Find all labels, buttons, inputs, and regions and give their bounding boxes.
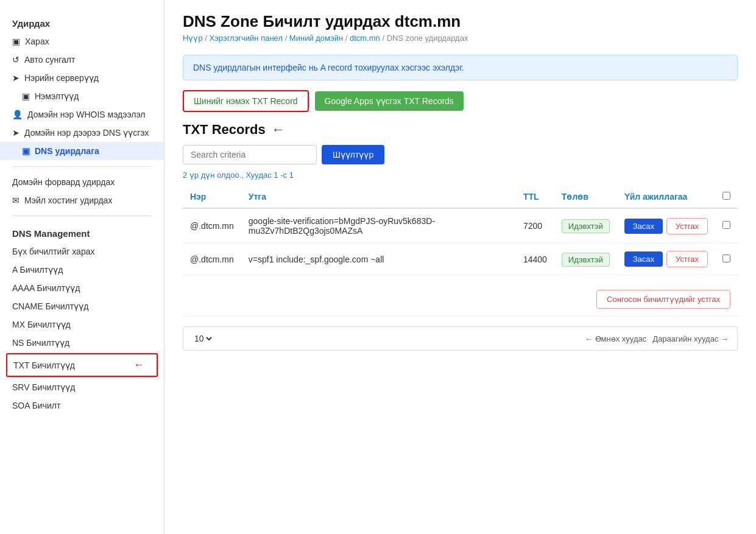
delete-selected-button[interactable]: Сонгосон бичилтүүдийг устгах [596, 290, 730, 309]
reg-icon: ▣ [22, 91, 30, 101]
next-page-button[interactable]: Дараагийн хуудас → [652, 334, 729, 343]
info-box-text: DNS удирдлагын интерфейс нь A record тох… [193, 63, 464, 72]
row1-name: @.dtcm.mn [183, 208, 241, 244]
table-row: @.dtcm.mn v=spf1 include:_spf.google.com… [183, 244, 738, 275]
row2-status: Идэвхтэй [554, 244, 617, 275]
sidebar-item-txt-records[interactable]: TXT Бичилтүүд ← [6, 353, 158, 377]
sidebar-item-nameservers[interactable]: ➤ Нэрийн серверүүд [0, 69, 164, 87]
select-all-checkbox[interactable] [722, 192, 730, 200]
row1-value: google-site-verification=bMgdPJS-oyRuv5k… [241, 208, 516, 244]
row2-ttl: 14400 [516, 244, 554, 275]
col-action: Үйл ажиллагаа [617, 186, 715, 208]
status-badge: Идэвхтэй [562, 253, 610, 267]
section-arrow-icon: ← [272, 122, 285, 138]
main-content: DNS Zone Бичилт удирдах dtcm.mn Нүүр / Х… [164, 0, 756, 534]
dns-mgmt-title: DNS Management [0, 222, 164, 242]
breadcrumb-current: DNS zone удирдардах [387, 33, 468, 43]
sidebar-item-srv-records[interactable]: SRV Бичилтүүд [0, 378, 164, 396]
sidebar-item-all-records[interactable]: Бүх бичилтийг харах [0, 242, 164, 261]
row2-delete-button[interactable]: Устгах [666, 251, 708, 267]
status-badge: Идэвхтэй [562, 219, 610, 233]
col-status: Төлөв [554, 186, 617, 208]
add-txt-record-button[interactable]: Шинийг нэмэх TXT Record [183, 90, 309, 112]
mail-icon: ✉ [12, 195, 19, 205]
search-input[interactable] [183, 145, 317, 164]
sidebar: Удирдах ▣ Харах ↺ Авто сунгалт ➤ Нэрийн … [0, 0, 164, 534]
sidebar-item-mail[interactable]: ✉ Мэйл хостинг удирдах [0, 191, 164, 209]
pagination-box: 10 25 50 ← Өмнөх хуудас Дараагийн хуудас… [183, 326, 738, 351]
sidebar-item-view[interactable]: ▣ Харах [0, 32, 164, 51]
breadcrumb-panel[interactable]: Хэрэглэгчийн панел [209, 33, 283, 43]
col-checkbox-header[interactable] [715, 186, 738, 208]
sidebar-item-aaaa-records[interactable]: AAAA Бичилтүүд [0, 279, 164, 297]
breadcrumb-dtcm[interactable]: dtcm.mn [350, 33, 380, 43]
pagination-per-page: 10 25 50 [192, 333, 214, 344]
table-footer-row: Сонгосон бичилтүүдийг устгах [183, 275, 738, 317]
breadcrumb-home[interactable]: Нүүр [183, 33, 203, 43]
google-txt-button[interactable]: Google Apps үүсгэх TXT Records [315, 91, 464, 111]
sidebar-item-cname-records[interactable]: CNAME Бичилтүүд [0, 297, 164, 315]
result-info: 2 үр дүн олдоо., Хуудас 1 -с 1 [183, 170, 738, 180]
col-value: Утга [241, 186, 516, 208]
row2-name: @.dtcm.mn [183, 244, 241, 275]
row1-actions: Засах Устгах [617, 208, 715, 244]
row1-checkbox[interactable] [722, 221, 730, 229]
filter-button[interactable]: Шүүлтүүр [322, 145, 384, 164]
sidebar-item-dns-add[interactable]: ➤ Домэйн нэр дээрээ DNS үүсгэх [0, 124, 164, 142]
view-icon: ▣ [12, 37, 20, 46]
col-name: Нэр [183, 186, 241, 208]
row2-checkbox-cell [715, 244, 738, 275]
col-ttl: TTL [516, 186, 554, 208]
table-row: @.dtcm.mn google-site-verification=bMgdP… [183, 208, 738, 244]
renew-icon: ↺ [12, 55, 19, 65]
button-row: Шинийг нэмэх TXT Record Google Apps үүсг… [183, 90, 738, 112]
pagination-nav: ← Өмнөх хуудас Дараагийн хуудас → [585, 334, 729, 343]
row2-checkbox[interactable] [722, 255, 730, 262]
dns-add-icon: ➤ [12, 128, 19, 138]
sidebar-item-mx-records[interactable]: MX Бичилтүүд [0, 315, 164, 334]
row1-delete-button[interactable]: Устгах [666, 218, 708, 234]
row2-value: v=spf1 include:_spf.google.com ~all [241, 244, 516, 275]
sidebar-manage-title: Удирдах [0, 12, 164, 32]
sidebar-item-registrations[interactable]: ▣ Нэмэлтүүд [0, 87, 164, 105]
sidebar-item-auto-renew[interactable]: ↺ Авто сунгалт [0, 51, 164, 69]
sidebar-item-dns-manage[interactable]: ▣ DNS удирдлага [0, 142, 164, 160]
row1-edit-button[interactable]: Засах [624, 219, 663, 234]
dns-manage-icon: ▣ [22, 146, 30, 156]
sidebar-item-a-records[interactable]: A Бичилтүүд [0, 261, 164, 279]
server-icon: ➤ [12, 73, 19, 83]
row2-edit-button[interactable]: Засах [624, 251, 663, 267]
sidebar-item-ns-records[interactable]: NS Бичилтүүд [0, 334, 164, 352]
records-table: Нэр Утга TTL Төлөв Үйл ажиллагаа @.dtcm.… [183, 186, 738, 317]
page-title: DNS Zone Бичилт удирдах dtcm.mn [183, 12, 738, 31]
sidebar-item-forward[interactable]: Домэйн форвард удирдах [0, 173, 164, 191]
row1-status: Идэвхтэй [554, 208, 617, 244]
breadcrumb: Нүүр / Хэрэглэгчийн панел / Миний домэйн… [183, 33, 738, 43]
row1-checkbox-cell [715, 208, 738, 244]
info-box: DNS удирдлагын интерфейс нь A record тох… [183, 55, 738, 80]
prev-page-button[interactable]: ← Өмнөх хуудас [585, 334, 646, 343]
search-row: Шүүлтүүр [183, 145, 738, 164]
row2-actions: Засах Устгах [617, 244, 715, 275]
section-title: TXT Records ← [183, 122, 738, 138]
per-page-select[interactable]: 10 25 50 [192, 333, 214, 344]
row1-ttl: 7200 [516, 208, 554, 244]
user-icon: 👤 [12, 110, 23, 119]
sidebar-item-whois[interactable]: 👤 Домэйн нэр WHOIS мэдээлэл [0, 105, 164, 124]
sidebar-item-soa-record[interactable]: SOA Бичилт [0, 396, 164, 415]
breadcrumb-mydomain[interactable]: Миний домэйн [289, 33, 343, 43]
txt-arrow-icon: ← [133, 359, 144, 371]
